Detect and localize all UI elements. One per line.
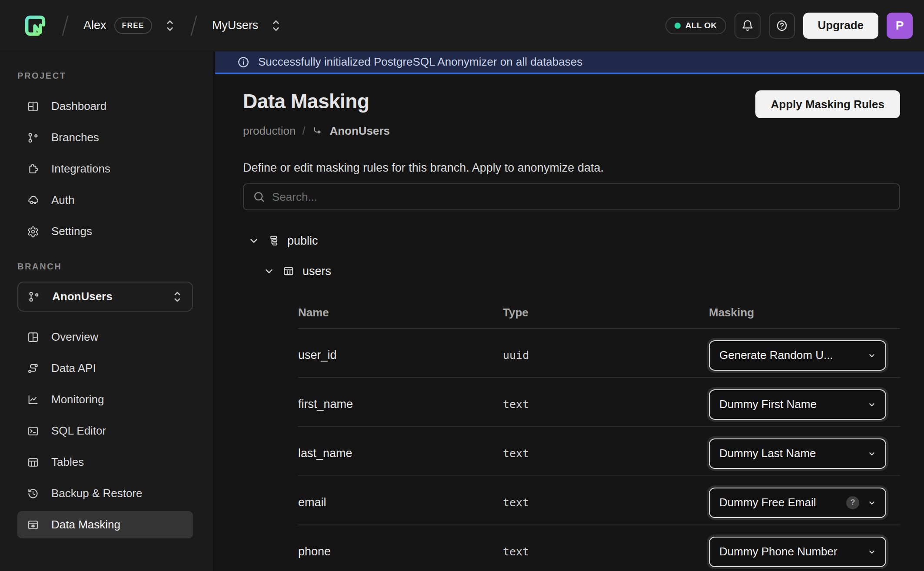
columns-table: Name Type Masking user_id uuid Generate … [298,297,900,571]
table-icon [283,265,295,277]
sidebar-item-label: Backup & Restore [51,487,143,500]
sidebar-item-dashboard[interactable]: Dashboard [17,93,193,120]
columns-table-header: Name Type Masking [298,297,900,329]
masking-rule-value: Dummy Free Email [719,496,842,509]
table-row: email text Dummy Free Email ? [298,476,900,525]
chevron-down-icon[interactable] [263,266,275,277]
sidebar-item-label: SQL Editor [51,424,106,438]
header-slash-divider [62,15,69,36]
page-title: Data Masking [243,90,369,113]
masking-rule-select[interactable]: Dummy Phone Number [709,537,886,567]
main-panel: Successfully initialized PostgreSQL Anon… [215,51,924,571]
masking-rule-select[interactable]: Generate Random U... [709,340,886,371]
org-switcher[interactable]: Alex FREE [83,17,176,34]
sidebar-item-overview[interactable]: Overview [17,323,193,351]
breadcrumb: production / AnonUsers [243,124,900,138]
child-branch-icon [312,126,323,137]
sidebar-item-label: Monitoring [51,393,104,406]
sidebar-item-branches[interactable]: Branches [17,124,193,151]
top-header: Alex FREE MyUsers [0,0,924,51]
masking-rule-select[interactable]: Dummy Last Name [709,438,886,469]
column-header-name: Name [298,306,503,319]
column-type-cell: text [503,398,709,411]
help-badge[interactable]: ? [846,496,859,509]
breadcrumb-parent-branch[interactable]: production [243,124,296,138]
schema-name: public [287,234,318,248]
column-name-cell: user_id [298,349,503,362]
sidebar-item-label: Tables [51,455,84,469]
sidebar-item-label: Auth [51,193,75,207]
branch-selector[interactable]: AnonUsers [17,282,193,312]
sidebar-item-label: Branches [51,131,99,144]
settings-gear-icon [27,226,39,238]
tables-icon [27,456,39,468]
info-icon [237,56,250,69]
schema-icon [267,235,279,247]
sql-editor-terminal-icon [27,425,39,437]
bell-icon [741,19,754,32]
column-type-cell: text [503,447,709,460]
table-name: users [302,265,331,278]
chevron-down-icon[interactable] [248,235,259,246]
sidebar-item-label: Data API [51,362,96,375]
masking-rule-value: Dummy First Name [719,398,863,411]
search-icon [253,190,266,203]
column-header-type: Type [503,306,709,319]
sidebar-item-data-masking[interactable]: Data Masking [17,511,193,538]
sidebar-item-label: Data Masking [51,518,120,531]
org-name: Alex [83,19,106,32]
sidebar-item-label: Overview [51,330,98,344]
branch-section-label: BRANCH [17,262,213,272]
chevron-down-icon [867,547,877,557]
sidebar-item-data-api[interactable]: Data API [17,355,193,382]
sidebar-item-label: Dashboard [51,100,106,113]
data-api-icon [27,362,39,375]
overview-icon [27,331,39,343]
column-type-cell: uuid [503,349,709,362]
chevron-down-icon [867,351,877,360]
sidebar-item-auth[interactable]: Auth [17,186,193,214]
column-type-cell: text [503,545,709,558]
auth-icon [27,194,39,206]
column-name-cell: last_name [298,447,503,460]
system-status-pill[interactable]: ALL OK [665,17,726,34]
sidebar-item-monitoring[interactable]: Monitoring [17,386,193,413]
tree-node-schema[interactable]: public [248,231,900,250]
dashboard-icon [27,100,39,113]
sidebar-item-tables[interactable]: Tables [17,448,193,476]
chevron-updown-icon [172,290,183,303]
sidebar-item-backup-restore[interactable]: Backup & Restore [17,480,193,507]
project-section-label: PROJECT [17,71,213,81]
breadcrumb-separator: / [302,125,305,137]
chevron-down-icon [867,449,877,458]
user-avatar[interactable]: P [887,13,913,39]
branches-icon [27,132,39,144]
apply-masking-rules-button[interactable]: Apply Masking Rules [755,90,901,118]
notifications-button[interactable] [735,13,761,39]
branch-selector-value: AnonUsers [52,290,113,303]
masking-rule-value: Dummy Last Name [719,447,863,460]
tree-node-table[interactable]: users [263,262,900,281]
column-name-cell: first_name [298,398,503,411]
upgrade-button[interactable]: Upgrade [803,13,878,39]
column-type-cell: text [503,496,709,509]
search-input[interactable] [272,190,891,204]
status-dot-icon [675,23,681,29]
chevron-updown-icon [164,19,176,33]
sidebar-item-integrations[interactable]: Integrations [17,155,193,183]
project-name: MyUsers [212,19,259,32]
branch-nav: Overview Data API Monitoring [17,323,213,538]
help-button[interactable] [769,13,795,39]
schema-tree: public users [248,231,900,281]
sidebar-item-sql-editor[interactable]: SQL Editor [17,417,193,445]
page-content: Data Masking Apply Masking Rules product… [215,90,924,571]
sidebar-item-settings[interactable]: Settings [17,218,193,245]
sidebar-item-label: Settings [51,225,92,238]
page-description: Define or edit masking rules for this br… [243,161,900,175]
masking-rule-select[interactable]: Dummy First Name [709,389,886,420]
column-name-cell: phone [298,545,503,558]
integrations-icon [27,163,39,175]
neon-logo-icon[interactable] [23,14,47,37]
project-switcher[interactable]: MyUsers [212,19,282,33]
masking-rule-select[interactable]: Dummy Free Email ? [709,488,886,518]
